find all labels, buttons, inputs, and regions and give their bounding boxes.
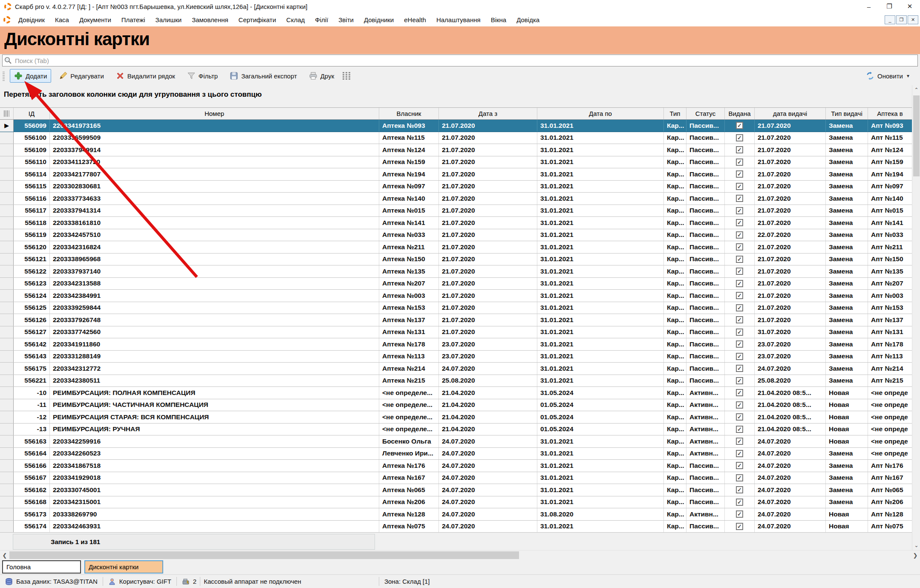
table-row[interactable]: 5561632203342259916Босенко Ольга24.07.20… <box>0 435 912 448</box>
table-row[interactable]: 5561182203338161810Аптека №14121.07.2020… <box>0 217 912 229</box>
menu-item-8[interactable]: Склад <box>281 14 310 25</box>
column-header-1[interactable]: ІД <box>14 108 50 119</box>
table-row[interactable]: 5561202203342316824Аптека №21121.07.2020… <box>0 241 912 254</box>
issued-checkbox[interactable]: ✓ <box>736 159 743 166</box>
table-row[interactable]: 5561252203339259844Аптека №15321.07.2020… <box>0 302 912 314</box>
table-corner-cell[interactable] <box>0 108 14 119</box>
table-row[interactable]: 5561212203338965968Аптека №15021.07.2020… <box>0 254 912 266</box>
scroll-down-arrow-icon[interactable]: ⌄ <box>912 541 920 550</box>
issued-checkbox[interactable]: ✓ <box>736 523 743 530</box>
table-row[interactable]: ▶5560992203341973165Аптека №09321.07.202… <box>0 120 912 132</box>
table-row[interactable]: 5561622203330745001Аптека №06524.07.2020… <box>0 484 912 496</box>
table-row[interactable]: 5561102203341123720Аптека №15921.07.2020… <box>0 156 912 169</box>
table-row[interactable]: -13РЕИМБУРСАЦИЯ: РУЧНАЯ<не определе...21… <box>0 424 912 436</box>
issued-checkbox[interactable]: ✓ <box>736 438 743 445</box>
search-box[interactable] <box>2 55 918 66</box>
issued-checkbox[interactable]: ✓ <box>736 146 743 153</box>
menu-item-14[interactable]: Вікна <box>486 14 512 25</box>
column-header-3[interactable]: Власник <box>379 108 439 119</box>
menu-item-3[interactable]: Документи <box>74 14 116 25</box>
tab-1[interactable]: Головна <box>2 560 81 574</box>
table-row[interactable]: 5561262203337926748Аптека №13721.07.2020… <box>0 314 912 326</box>
issued-checkbox[interactable]: ✓ <box>736 389 743 396</box>
table-row[interactable]: 5561422203341911860Аптека №17823.07.2020… <box>0 338 912 351</box>
menu-item-1[interactable]: Довідник <box>13 14 50 25</box>
horizontal-scrollbar-thumb[interactable] <box>9 551 519 559</box>
column-header-6[interactable]: Тип <box>664 108 686 119</box>
column-header-4[interactable]: Дата з <box>439 108 537 119</box>
column-header-11[interactable]: Аптека в <box>868 108 912 119</box>
menu-item-15[interactable]: Довідка <box>511 14 545 25</box>
issued-checkbox[interactable]: ✓ <box>736 170 743 178</box>
table-row[interactable]: 5561092203337949914Аптека №12421.07.2020… <box>0 144 912 156</box>
issued-checkbox[interactable]: ✓ <box>736 183 743 190</box>
table-row[interactable]: 5562212203342380511Аптека №21525.08.2020… <box>0 375 912 387</box>
tab-2[interactable]: Дисконтні картки <box>84 560 163 574</box>
issued-checkbox[interactable]: ✓ <box>736 510 743 518</box>
table-row[interactable]: 5561162203337734633Аптека №14021.07.2020… <box>0 193 912 205</box>
issued-checkbox[interactable]: ✓ <box>736 256 743 263</box>
issued-checkbox[interactable]: ✓ <box>736 499 743 506</box>
column-header-5[interactable]: Дата по <box>537 108 664 119</box>
table-row[interactable]: 5561272203337742560Аптека №13121.07.2020… <box>0 326 912 339</box>
table-row[interactable]: 5561152203302830681Аптека №09721.07.2020… <box>0 181 912 193</box>
menu-item-9[interactable]: Філії <box>310 14 333 25</box>
column-header-8[interactable]: Видана <box>725 108 755 119</box>
export-button[interactable]: Загальний експорт <box>225 69 301 83</box>
issued-checkbox[interactable]: ✓ <box>736 134 743 141</box>
table-row[interactable]: 5561682203342315001Аптека №20624.07.2020… <box>0 496 912 509</box>
edit-button[interactable]: Редагувати <box>55 69 108 83</box>
issued-checkbox[interactable]: ✓ <box>736 219 743 226</box>
issued-checkbox[interactable]: ✓ <box>736 401 743 409</box>
table-row[interactable]: -12РЕИМБУРСАЦИЯ СТАРАЯ: ВСЯ КОМПЕНСАЦИЯ<… <box>0 411 912 424</box>
table-row[interactable]: 5561222203337937140Аптека №13521.07.2020… <box>0 265 912 278</box>
column-header-9[interactable]: дата видачі <box>755 108 826 119</box>
issued-checkbox[interactable]: ✓ <box>736 231 743 239</box>
column-header-2[interactable]: Номер <box>50 108 379 119</box>
issued-checkbox[interactable]: ✓ <box>736 268 743 275</box>
vertical-scrollbar-thumb[interactable] <box>913 95 920 176</box>
table-row[interactable]: 5561242203342384991Аптека №00321.07.2020… <box>0 290 912 302</box>
mdi-restore-button[interactable]: ❐ <box>896 15 907 24</box>
menu-item-10[interactable]: Звіти <box>333 14 359 25</box>
scroll-right-arrow-icon[interactable]: ❯ <box>911 551 920 560</box>
refresh-button[interactable]: Оновити ▾ <box>862 69 916 83</box>
table-row[interactable]: 5561642203342260523Левченко Ири...24.07.… <box>0 448 912 460</box>
issued-checkbox[interactable]: ✓ <box>736 462 743 469</box>
issued-checkbox[interactable]: ✓ <box>736 207 743 214</box>
delete-row-button[interactable]: Видалити рядок <box>112 69 179 83</box>
menu-item-6[interactable]: Замовлення <box>187 14 233 25</box>
menu-item-7[interactable]: Сертифікати <box>234 14 281 25</box>
menu-item-4[interactable]: Платежі <box>116 14 150 25</box>
table-row[interactable]: 5561172203337941314Аптека №01521.07.2020… <box>0 205 912 217</box>
table-row[interactable]: 5561142203342177807Аптека №19421.07.2020… <box>0 168 912 181</box>
issued-checkbox[interactable]: ✓ <box>736 353 743 360</box>
table-row[interactable]: 5561742203342463931Аптека №07524.07.2020… <box>0 521 912 533</box>
menu-item-13[interactable]: Налаштування <box>431 14 486 25</box>
issued-checkbox[interactable]: ✓ <box>736 413 743 421</box>
vertical-scrollbar[interactable]: ⌃ ⌄ <box>912 85 920 550</box>
filter-button[interactable]: Фільтр <box>183 69 222 83</box>
issued-checkbox[interactable]: ✓ <box>736 474 743 481</box>
table-row[interactable]: -10РЕИМБУРСАЦИЯ: ПОЛНАЯ КОМПЕНСАЦИЯ<не о… <box>0 387 912 399</box>
menu-item-12[interactable]: eHealth <box>399 14 431 25</box>
issued-checkbox[interactable]: ✓ <box>736 316 743 323</box>
mdi-close-button[interactable]: ✕ <box>908 15 918 24</box>
table-row[interactable]: 5561672203341929018Аптека №16724.07.2020… <box>0 472 912 484</box>
table-row[interactable]: 5561192203342457510Аптека №03321.07.2020… <box>0 229 912 242</box>
issued-checkbox[interactable]: ✓ <box>736 195 743 202</box>
issued-checkbox[interactable]: ✓ <box>736 426 743 433</box>
restore-button[interactable]: ❐ <box>879 0 900 13</box>
table-row[interactable]: 5561752203342312772Аптека №21424.07.2020… <box>0 363 912 375</box>
issued-checkbox[interactable]: ✓ <box>736 329 743 336</box>
issued-checkbox[interactable]: ✓ <box>736 377 743 384</box>
columns-icon[interactable] <box>343 72 350 80</box>
menu-item-5[interactable]: Залишки <box>150 14 187 25</box>
menu-item-11[interactable]: Довідники <box>359 14 399 25</box>
issued-checkbox[interactable]: ✓ <box>736 292 743 299</box>
issued-checkbox[interactable]: ✓ <box>736 243 743 251</box>
group-by-bar[interactable]: Перетягніть заголовок колонки сюди для у… <box>0 84 920 107</box>
table-row[interactable]: 5561002203336599509Аптека №11521.07.2020… <box>0 132 912 144</box>
issued-checkbox[interactable]: ✓ <box>736 280 743 287</box>
chevron-down-icon[interactable]: ▾ <box>907 73 909 79</box>
